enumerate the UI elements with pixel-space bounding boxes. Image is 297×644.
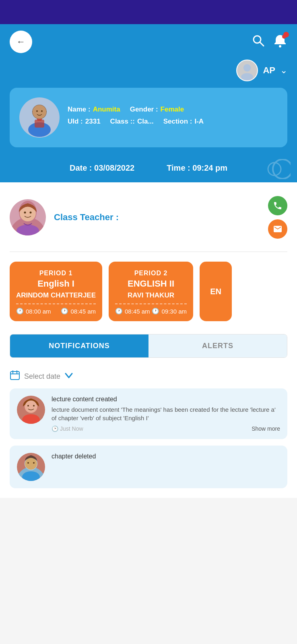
notification-card-2: chapter deleted <box>10 446 287 488</box>
period-2-teacher: RAVI THAKUR <box>115 291 187 299</box>
profile-row: AP ⌄ <box>0 60 297 88</box>
contact-icons <box>268 196 287 239</box>
notification-title-1: lecture content created <box>52 396 280 403</box>
student-info: Name : Anumita Gender : Female UId : 233… <box>68 105 278 130</box>
select-date-label: Select date <box>24 372 60 381</box>
period-2-end: 🕐 09:30 am <box>152 308 187 315</box>
svg-point-28 <box>27 405 29 407</box>
period-2-divider <box>115 303 187 304</box>
student-card-wrapper: Name : Anumita Gender : Female UId : 233… <box>0 88 297 157</box>
student-gender-field: Gender : Female <box>130 105 184 114</box>
period-1-teacher: ARINDOM CHATTERJEE <box>16 291 96 299</box>
notification-content-2: chapter deleted <box>52 453 280 462</box>
decorative-circles <box>258 159 291 181</box>
svg-point-4 <box>243 64 251 72</box>
teacher-avatar <box>10 199 46 235</box>
svg-point-18 <box>24 212 26 214</box>
datetime-bar: Date : 03/08/2022 Time : 09:24 pm <box>0 157 297 182</box>
email-button[interactable] <box>268 219 287 239</box>
search-icon[interactable] <box>252 34 265 50</box>
student-avatar <box>19 97 60 138</box>
clock-icon-2: 🕐 <box>61 308 68 315</box>
profile-name: AP <box>263 65 275 76</box>
period-1-end: 🕐 08:45 am <box>61 308 96 315</box>
period-2-number: PERIOD 2 <box>115 270 187 277</box>
period-1-times: 🕐 08:00 am 🕐 08:45 am <box>16 308 96 315</box>
notification-time-1: 🕑 Just Now <box>52 425 83 432</box>
student-name-field: Name : Anumita <box>68 105 120 114</box>
clock-icon-1: 🕐 <box>16 308 24 315</box>
notification-title-2: chapter deleted <box>52 453 280 460</box>
svg-point-35 <box>33 462 35 464</box>
calendar-icon <box>10 370 20 383</box>
notification-body-1: lecture document content 'The meanings' … <box>52 405 280 422</box>
status-bar <box>0 0 297 24</box>
divider-1 <box>10 252 287 252</box>
clock-icon-4: 🕐 <box>152 308 159 315</box>
svg-point-11 <box>36 110 38 112</box>
date-display: Date : 03/08/2022 <box>70 163 134 173</box>
periods-scroll[interactable]: PERIOD 1 English I ARINDOM CHATTERJEE 🕐 … <box>10 255 287 328</box>
class-teacher-row: Class Teacher : <box>10 192 287 248</box>
notification-icon[interactable] <box>273 33 287 51</box>
period-1-number: PERIOD 1 <box>16 270 96 277</box>
class-teacher-label: Class Teacher : <box>54 212 260 223</box>
period-3-partial-text: EN <box>210 287 221 296</box>
svg-point-29 <box>33 405 35 407</box>
history-icon: 🕑 <box>52 425 58 432</box>
select-date-row[interactable]: Select date <box>10 364 287 388</box>
profile-dropdown-icon[interactable]: ⌄ <box>280 65 287 76</box>
svg-point-19 <box>30 212 32 214</box>
student-class-field: Class :: Cla... <box>110 118 154 126</box>
period-1-start: 🕐 08:00 am <box>16 308 51 315</box>
notification-badge <box>283 32 289 37</box>
period-card-3-partial: EN <box>200 262 232 321</box>
tab-alerts[interactable]: ALERTS <box>148 334 287 357</box>
clock-icon-3: 🕐 <box>115 308 123 315</box>
date-dropdown-icon[interactable] <box>64 372 73 381</box>
svg-point-12 <box>41 110 43 112</box>
tab-notifications[interactable]: NOTIFICATIONS <box>10 334 148 357</box>
header-left: ← <box>10 31 32 53</box>
notification-content-1: lecture content created lecture document… <box>52 396 280 432</box>
call-button[interactable] <box>268 196 287 215</box>
svg-point-33 <box>25 458 37 470</box>
notification-card-1: lecture content created lecture document… <box>10 388 287 439</box>
time-display: Time : 09:24 pm <box>167 163 227 173</box>
period-2-times: 🕐 08:45 am 🕐 09:30 am <box>115 308 187 315</box>
back-button[interactable]: ← <box>10 31 32 53</box>
svg-point-34 <box>27 462 29 464</box>
svg-point-27 <box>25 400 37 413</box>
svg-point-10 <box>33 105 46 119</box>
notification-avatar-1 <box>17 396 45 424</box>
svg-line-1 <box>260 42 264 46</box>
header-right <box>252 33 287 51</box>
period-2-start: 🕐 08:45 am <box>115 308 150 315</box>
notification-tabs: NOTIFICATIONS ALERTS <box>10 334 287 358</box>
period-card-1: PERIOD 1 English I ARINDOM CHATTERJEE 🕐 … <box>10 262 102 321</box>
show-more-button-1[interactable]: Show more <box>252 425 280 432</box>
period-1-subject: English I <box>16 279 96 289</box>
svg-point-2 <box>279 45 281 47</box>
student-card: Name : Anumita Gender : Female UId : 233… <box>10 88 287 147</box>
student-uid-field: UId : 2331 <box>68 118 101 126</box>
main-content: Class Teacher : PERIOD 1 English I ARIND… <box>0 182 297 498</box>
notification-avatar-2 <box>17 453 45 481</box>
period-2-subject: ENGLISH II <box>115 279 187 289</box>
notification-footer-1: 🕑 Just Now Show more <box>52 425 280 432</box>
profile-avatar <box>236 60 258 81</box>
header: ← <box>0 24 297 60</box>
period-1-divider <box>16 303 96 304</box>
svg-rect-21 <box>10 372 19 380</box>
student-section-field: Section : I-A <box>163 118 204 126</box>
period-card-2: PERIOD 2 ENGLISH II RAVI THAKUR 🕐 08:45 … <box>109 262 193 321</box>
svg-point-5 <box>241 73 254 80</box>
